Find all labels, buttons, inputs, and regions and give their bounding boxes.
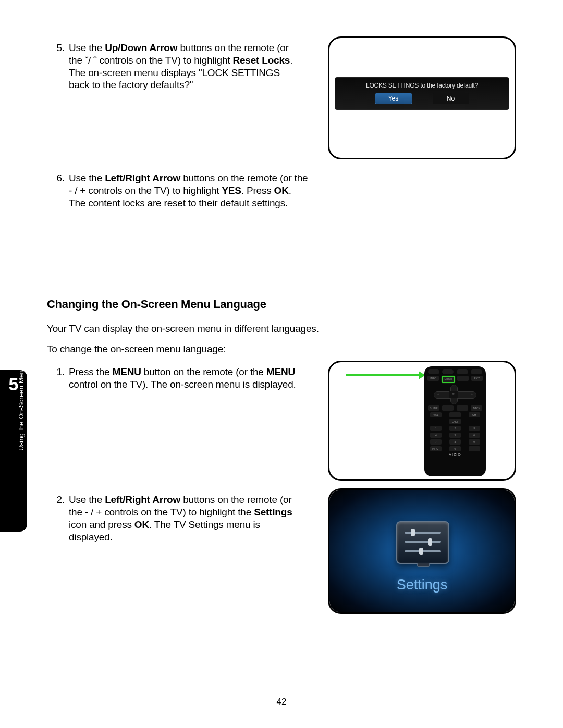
figure-settings-icon: Settings	[328, 488, 516, 614]
section-heading: Changing the On-Screen Menu Language	[47, 298, 516, 311]
settings-sliders-icon	[396, 521, 449, 564]
step-text: Use the Up/Down Arrow buttons on the rem…	[69, 42, 298, 91]
remote-key-5: 5	[449, 433, 461, 438]
dialog-yes-button: Yes	[375, 93, 412, 104]
remote-button	[442, 369, 454, 374]
remote-control: INFO MENU EXIT OK ◄ ► GUIDE BACK	[424, 366, 486, 476]
remote-key-input: INPUT	[430, 446, 442, 451]
step-number: 2.	[47, 493, 69, 543]
callout-arrow-icon	[346, 374, 419, 376]
remote-vol-button: VOL	[430, 412, 442, 417]
remote-button	[428, 369, 439, 374]
remote-last-button: LAST	[449, 419, 461, 424]
settings-label: Settings	[329, 577, 515, 593]
remote-key-0: 0	[449, 446, 461, 451]
remote-button	[471, 369, 482, 374]
step-text: Use the Left/Right Arrow buttons on the …	[69, 172, 309, 209]
remote-button	[442, 405, 454, 411]
remote-dpad: OK ◄ ►	[426, 385, 484, 404]
remote-key-4: 4	[430, 433, 442, 438]
section-intro-1: Your TV can display the on-screen menu i…	[47, 322, 516, 337]
remote-info-button: INFO	[427, 376, 439, 381]
remote-menu-button: MENU	[442, 376, 455, 383]
remote-key-1: 1	[430, 426, 442, 431]
remote-brand: VIZIO	[426, 453, 484, 456]
step-number: 1.	[47, 366, 69, 391]
remote-key-8: 8	[449, 439, 461, 445]
remote-button	[457, 369, 468, 374]
remote-mute-button	[449, 412, 461, 417]
remote-key-9: 9	[469, 439, 480, 445]
chapter-label: Using the On-Screen Menu	[17, 320, 25, 451]
chapter-tab: 5 Using the On-Screen Menu	[0, 370, 27, 532]
remote-key-7: 7	[430, 439, 442, 445]
figure-lock-settings-dialog: LOCKS SETTINGS to the factory default? Y…	[328, 36, 516, 159]
remote-key-dash: —	[469, 446, 480, 451]
step-number: 6.	[47, 172, 69, 209]
remote-ch-button: CH	[469, 412, 480, 417]
dialog-no-button: No	[433, 93, 469, 104]
remote-key-3: 3	[469, 426, 480, 431]
remote-button	[457, 405, 468, 411]
figure-remote: INFO MENU EXIT OK ◄ ► GUIDE BACK	[328, 361, 516, 481]
remote-exit-button: EXIT	[471, 376, 483, 381]
page-number: 42	[0, 697, 563, 707]
section-intro-2: To change the on-screen menu language:	[47, 342, 516, 357]
step-6: 6. Use the Left/Right Arrow buttons on t…	[47, 172, 516, 209]
dialog-prompt: LOCKS SETTINGS to the factory default?	[337, 82, 507, 89]
step-text: Use the Left/Right Arrow buttons on the …	[69, 493, 303, 543]
step-number: 5.	[47, 42, 69, 91]
page-content: 5. Use the Up/Down Arrow buttons on the …	[47, 42, 516, 621]
step-text: Press the MENU button on the remote (or …	[69, 366, 303, 391]
remote-guide-button: GUIDE	[428, 405, 439, 411]
remote-ok-button: OK	[449, 391, 458, 398]
remote-button	[457, 376, 469, 381]
remote-key-6: 6	[469, 433, 480, 438]
remote-back-button: BACK	[471, 405, 482, 411]
remote-key-2: 2	[449, 426, 461, 431]
tv-dialog: LOCKS SETTINGS to the factory default? Y…	[335, 77, 509, 110]
